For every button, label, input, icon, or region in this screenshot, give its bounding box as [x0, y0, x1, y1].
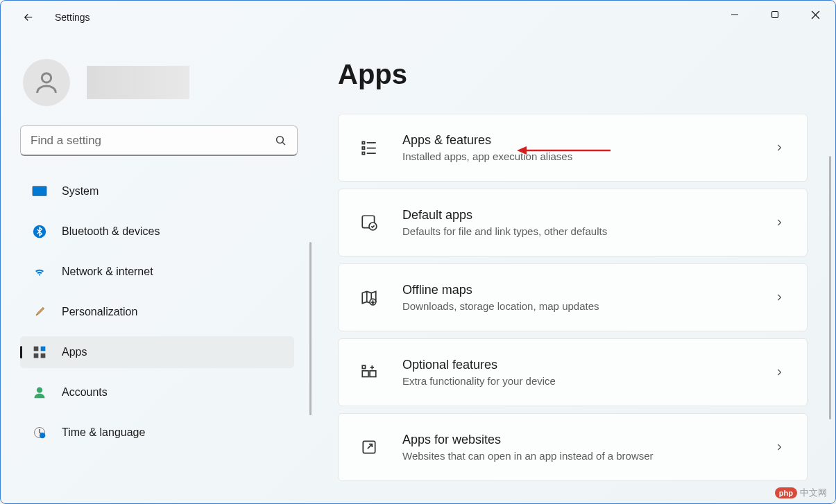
svg-rect-8 — [34, 347, 39, 351]
profile-section[interactable] — [23, 59, 300, 106]
bluetooth-icon — [31, 223, 48, 240]
svg-point-12 — [37, 388, 42, 393]
sidebar-item-label: System — [62, 185, 99, 198]
minimize-button[interactable] — [715, 1, 755, 28]
chevron-right-icon — [772, 290, 786, 304]
card-desc: Defaults for file and link types, other … — [402, 225, 772, 237]
watermark-badge: php — [775, 487, 797, 498]
card-apps-features[interactable]: Apps & features Installed apps, app exec… — [338, 114, 808, 182]
card-optional-features[interactable]: Optional features Extra functionality fo… — [338, 338, 808, 406]
sidebar-item-system[interactable]: System — [20, 175, 294, 207]
wifi-icon — [31, 263, 48, 280]
list-icon — [359, 138, 379, 157]
search-input[interactable] — [31, 134, 275, 148]
clock-globe-icon — [31, 424, 48, 441]
card-desc: Websites that can open in an app instead… — [402, 450, 772, 462]
card-title: Optional features — [402, 358, 772, 372]
card-default-apps[interactable]: Default apps Defaults for file and link … — [338, 189, 808, 257]
svg-rect-15 — [362, 141, 364, 144]
search-icon — [275, 134, 287, 147]
page-title: Apps — [338, 59, 808, 90]
nav-list: System Bluetooth & devices Network & int… — [20, 175, 300, 449]
monitor-icon — [31, 183, 48, 200]
card-desc: Extra functionality for your device — [402, 375, 772, 387]
card-title: Apps for websites — [402, 433, 772, 447]
main-content: Apps Apps & features Installed apps, app… — [320, 34, 835, 503]
profile-name-redacted — [87, 66, 189, 99]
person-icon — [31, 384, 48, 401]
add-feature-icon — [359, 363, 379, 382]
main-scrollbar[interactable] — [829, 156, 831, 419]
card-offline-maps[interactable]: Offline maps Downloads, storage location… — [338, 263, 808, 331]
maximize-icon — [771, 10, 779, 19]
app-check-icon — [359, 213, 379, 232]
sidebar-item-time-language[interactable]: Time & language — [20, 417, 294, 449]
sidebar-item-network[interactable]: Network & internet — [20, 256, 294, 288]
sidebar-item-label: Network & internet — [62, 266, 153, 278]
chevron-right-icon — [772, 365, 786, 379]
svg-rect-25 — [370, 371, 376, 377]
app-title: Settings — [55, 12, 90, 23]
chevron-right-icon — [772, 141, 786, 155]
avatar — [23, 59, 70, 106]
external-icon — [359, 437, 379, 457]
svg-point-3 — [277, 136, 284, 143]
svg-point-2 — [42, 73, 51, 82]
svg-rect-1 — [772, 12, 778, 18]
sidebar: System Bluetooth & devices Network & int… — [1, 34, 320, 503]
card-title: Default apps — [402, 208, 772, 223]
svg-rect-26 — [362, 365, 365, 368]
back-button[interactable] — [15, 3, 42, 31]
svg-line-4 — [282, 142, 285, 145]
chevron-right-icon — [772, 216, 786, 229]
minimize-icon — [731, 10, 739, 19]
svg-rect-16 — [362, 147, 364, 149]
map-icon — [359, 288, 379, 307]
card-desc: Installed apps, app execution aliases — [402, 150, 772, 162]
svg-point-14 — [40, 433, 45, 438]
svg-rect-10 — [34, 354, 39, 358]
sidebar-scrollbar[interactable] — [309, 242, 312, 415]
sidebar-item-label: Time & language — [62, 426, 145, 439]
sidebar-item-apps[interactable]: Apps — [20, 336, 294, 368]
maximize-button[interactable] — [755, 1, 795, 28]
sidebar-item-accounts[interactable]: Accounts — [20, 376, 294, 408]
sidebar-item-label: Apps — [62, 346, 87, 358]
close-button[interactable] — [795, 1, 835, 28]
sidebar-item-label: Accounts — [62, 386, 108, 399]
titlebar: Settings — [1, 1, 835, 34]
svg-rect-9 — [41, 347, 46, 351]
svg-rect-11 — [41, 354, 46, 358]
close-icon — [811, 10, 820, 19]
card-desc: Downloads, storage location, map updates — [402, 300, 772, 312]
svg-rect-24 — [362, 371, 368, 377]
sidebar-item-bluetooth[interactable]: Bluetooth & devices — [20, 216, 294, 247]
svg-rect-5 — [33, 186, 46, 196]
person-icon — [33, 69, 60, 96]
window-controls — [715, 1, 835, 28]
search-box[interactable] — [20, 125, 298, 156]
svg-rect-17 — [362, 153, 364, 155]
chevron-right-icon — [772, 440, 786, 454]
sidebar-item-label: Bluetooth & devices — [62, 225, 160, 238]
card-title: Apps & features — [402, 133, 772, 148]
apps-icon — [31, 344, 48, 360]
card-title: Offline maps — [402, 283, 772, 297]
watermark: php 中文网 — [775, 487, 827, 499]
sidebar-item-label: Personalization — [62, 306, 137, 318]
watermark-text: 中文网 — [800, 487, 827, 499]
brush-icon — [31, 304, 48, 320]
card-apps-for-websites[interactable]: Apps for websites Websites that can open… — [338, 413, 808, 481]
sidebar-item-personalization[interactable]: Personalization — [20, 296, 294, 328]
arrow-left-icon — [22, 11, 35, 24]
